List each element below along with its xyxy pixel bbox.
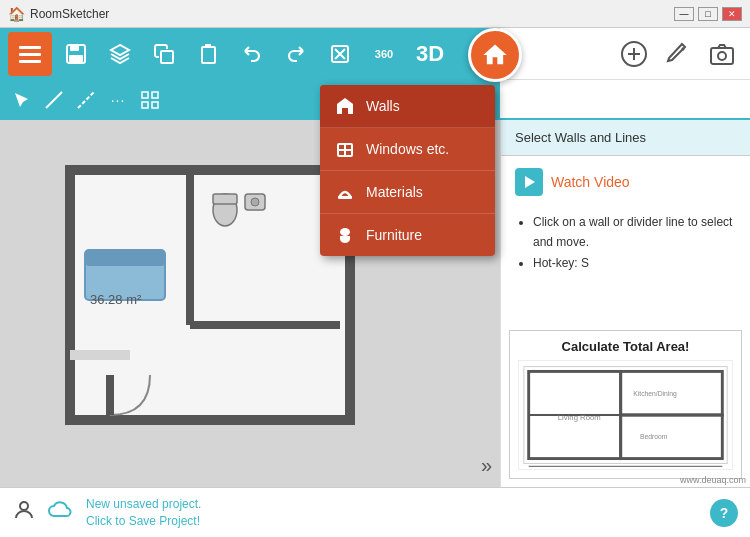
svg-rect-0 bbox=[19, 46, 41, 49]
svg-point-25 bbox=[251, 198, 259, 206]
play-icon bbox=[515, 168, 543, 196]
user-icon[interactable] bbox=[12, 498, 36, 528]
svg-rect-38 bbox=[342, 108, 348, 114]
svg-rect-12 bbox=[142, 92, 148, 98]
svg-point-11 bbox=[718, 52, 726, 60]
diagonal-tool-btn[interactable] bbox=[72, 86, 100, 114]
panel-content: Watch Video Click on a wall or divider l… bbox=[501, 156, 750, 322]
minimize-btn[interactable]: — bbox=[674, 7, 694, 21]
menu-btn[interactable] bbox=[8, 32, 52, 76]
app-icon: 🏠 bbox=[8, 6, 25, 22]
select-tool-btn[interactable] bbox=[8, 86, 36, 114]
svg-rect-13 bbox=[152, 92, 158, 98]
ad-image: Living Room Kitchen/Dining Bedroom bbox=[518, 360, 733, 470]
save-btn[interactable] bbox=[56, 34, 96, 74]
svg-rect-23 bbox=[213, 194, 237, 204]
copy-btn[interactable] bbox=[144, 34, 184, 74]
window-controls: — □ ✕ bbox=[674, 7, 742, 21]
home-circle-btn[interactable] bbox=[468, 28, 522, 82]
walls-label: Walls bbox=[366, 98, 481, 114]
edit-pencil-btn[interactable] bbox=[662, 38, 694, 70]
dropdown-menu: Walls Windows etc. Materials bbox=[320, 85, 495, 256]
cloud-icon[interactable] bbox=[48, 498, 74, 528]
delete-btn[interactable] bbox=[320, 34, 360, 74]
menu-item-materials[interactable]: Materials bbox=[320, 171, 495, 214]
ad-title: Calculate Total Area! bbox=[518, 339, 733, 354]
watch-video-btn[interactable]: Watch Video bbox=[515, 168, 736, 196]
redo-btn[interactable] bbox=[276, 34, 316, 74]
menu-item-windows[interactable]: Windows etc. bbox=[320, 128, 495, 171]
svg-rect-1 bbox=[19, 53, 41, 56]
area-label: 36.28 m² bbox=[90, 292, 141, 307]
svg-rect-4 bbox=[70, 45, 79, 51]
svg-rect-10 bbox=[711, 48, 733, 64]
paste-btn[interactable] bbox=[188, 34, 228, 74]
app-title: RoomSketcher bbox=[30, 7, 674, 21]
panel-header-text: Select Walls and Lines bbox=[515, 130, 646, 145]
add-btn[interactable] bbox=[618, 38, 650, 70]
svg-rect-7 bbox=[202, 47, 215, 63]
undo-btn[interactable] bbox=[232, 34, 272, 74]
svg-rect-14 bbox=[142, 102, 148, 108]
grid-tool-btn[interactable] bbox=[136, 86, 164, 114]
maximize-btn[interactable]: □ bbox=[698, 7, 718, 21]
instruction-item-2: Hot-key: S bbox=[533, 253, 736, 273]
svg-point-43 bbox=[340, 228, 350, 236]
watch-video-label: Watch Video bbox=[551, 174, 630, 190]
view360-btn[interactable]: 360 bbox=[364, 34, 404, 74]
close-btn[interactable]: ✕ bbox=[722, 7, 742, 21]
svg-text:Living Room: Living Room bbox=[558, 413, 601, 422]
svg-marker-28 bbox=[525, 176, 535, 188]
windows-label: Windows etc. bbox=[366, 141, 449, 157]
help-btn[interactable]: ? bbox=[710, 499, 738, 527]
view3d-btn[interactable]: 3D bbox=[408, 34, 448, 74]
title-bar: 🏠 RoomSketcher — □ ✕ bbox=[0, 0, 750, 28]
svg-point-44 bbox=[20, 502, 28, 510]
panel-ad[interactable]: Calculate Total Area! Living Room Kitche… bbox=[509, 330, 742, 479]
watermark: www.deuaq.com bbox=[680, 475, 746, 485]
instructions-list: Click on a wall or divider line to selec… bbox=[515, 212, 736, 273]
windows-icon bbox=[334, 138, 356, 160]
svg-rect-27 bbox=[85, 250, 165, 266]
nav-arrows-btn[interactable]: » bbox=[481, 454, 492, 477]
menu-item-furniture[interactable]: Furniture bbox=[320, 214, 495, 256]
panel-header: Select Walls and Lines bbox=[501, 120, 750, 156]
svg-text:Kitchen/Dining: Kitchen/Dining bbox=[633, 390, 677, 398]
status-text: New unsaved project. Click to Save Proje… bbox=[86, 496, 698, 530]
status-link-text[interactable]: Click to Save Project! bbox=[86, 514, 200, 528]
svg-rect-18 bbox=[70, 350, 130, 360]
right-panel: Select Walls and Lines Watch Video Click… bbox=[500, 120, 750, 487]
status-main-text: New unsaved project. bbox=[86, 497, 201, 511]
secondary-toolbar-right bbox=[500, 80, 750, 120]
svg-rect-2 bbox=[19, 60, 41, 63]
furniture-icon bbox=[334, 224, 356, 246]
menu-item-walls[interactable]: Walls bbox=[320, 85, 495, 128]
svg-rect-6 bbox=[161, 51, 173, 63]
svg-rect-5 bbox=[69, 55, 83, 62]
svg-rect-15 bbox=[152, 102, 158, 108]
materials-icon bbox=[334, 181, 356, 203]
camera-btn[interactable] bbox=[706, 38, 738, 70]
svg-text:Bedroom: Bedroom bbox=[640, 433, 668, 440]
instruction-item-1: Click on a wall or divider line to selec… bbox=[533, 212, 736, 253]
svg-rect-42 bbox=[338, 196, 352, 199]
furniture-label: Furniture bbox=[366, 227, 422, 243]
walls-icon bbox=[334, 95, 356, 117]
dots-tool-btn[interactable]: ··· bbox=[104, 86, 132, 114]
status-bar: New unsaved project. Click to Save Proje… bbox=[0, 487, 750, 537]
materials-label: Materials bbox=[366, 184, 423, 200]
layer-btn[interactable] bbox=[100, 34, 140, 74]
right-toolbar bbox=[500, 28, 750, 80]
line-tool-btn[interactable] bbox=[40, 86, 68, 114]
